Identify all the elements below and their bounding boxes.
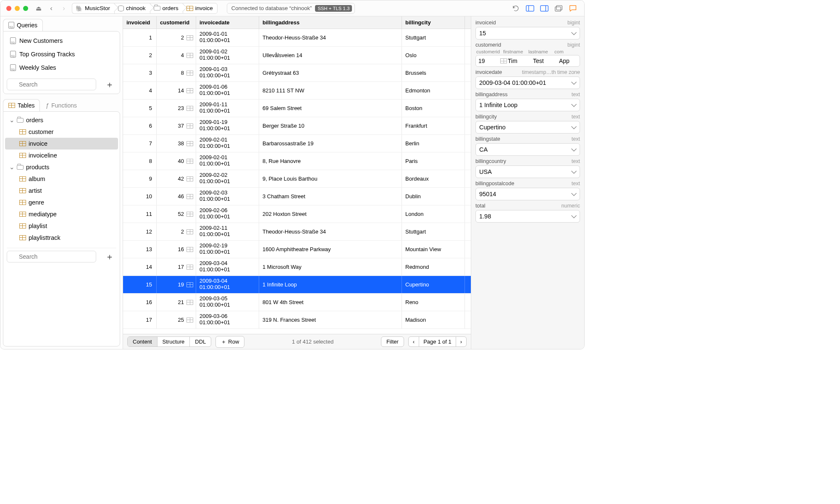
field-value[interactable]: 95014 bbox=[475, 188, 580, 200]
chat-icon[interactable] bbox=[567, 4, 578, 13]
field-value[interactable]: 1 Infinite Loop bbox=[475, 99, 580, 111]
tree-folder[interactable]: ⌄products bbox=[5, 161, 118, 173]
field-value[interactable]: USA bbox=[475, 165, 580, 178]
cell-customerid[interactable]: 19 bbox=[157, 276, 196, 293]
tab-functions[interactable]: ƒ Functions bbox=[40, 99, 82, 111]
close-window[interactable] bbox=[6, 6, 11, 11]
cell-customerid[interactable]: 40 bbox=[157, 152, 196, 170]
page-next[interactable]: › bbox=[456, 337, 466, 346]
cell-customerid[interactable]: 46 bbox=[157, 188, 196, 205]
cell-customerid[interactable]: 21 bbox=[157, 294, 196, 311]
field-value[interactable]: 15 bbox=[475, 27, 580, 39]
table-row[interactable]: 38 2009-01-0301:00:00+01Grétrystraat 63B… bbox=[123, 64, 471, 82]
table-row[interactable]: 840 2009-02-0101:00:00+018, Rue HanovreP… bbox=[123, 152, 471, 170]
add-table-button[interactable]: ＋ bbox=[103, 251, 116, 262]
col-header[interactable]: invoicedate bbox=[196, 16, 259, 29]
table-row[interactable]: 1621 2009-03-0501:00:00+01801 W 4th Stre… bbox=[123, 294, 471, 311]
table-row[interactable]: 1046 2009-02-0301:00:00+013 Chatham Stre… bbox=[123, 188, 471, 205]
tree-table[interactable]: album bbox=[5, 173, 118, 185]
queries-search-input[interactable] bbox=[7, 79, 96, 90]
page-prev[interactable]: ‹ bbox=[409, 337, 419, 346]
table-row[interactable]: 12 2009-01-0101:00:00+01Theodor-Heuss-St… bbox=[123, 29, 471, 47]
fk-icon bbox=[186, 300, 193, 305]
tab-content[interactable]: Content bbox=[128, 337, 158, 346]
toggle-left-sidebar-icon[interactable] bbox=[525, 4, 536, 13]
filter-button[interactable]: Filter bbox=[381, 336, 404, 347]
zoom-window[interactable] bbox=[23, 6, 28, 11]
table-row[interactable]: 1725 2009-03-0601:00:00+01319 N. Frances… bbox=[123, 311, 471, 329]
cell-customerid[interactable]: 16 bbox=[157, 241, 196, 258]
cell-customerid[interactable]: 14 bbox=[157, 82, 196, 99]
field-value[interactable]: 2009-03-04 01:00:00+01 bbox=[475, 76, 580, 89]
tab-structure[interactable]: Structure bbox=[158, 337, 190, 346]
table-row[interactable]: 1417 2009-03-0401:00:00+011 Microsoft Wa… bbox=[123, 258, 471, 276]
table-row[interactable]: 1519 2009-03-0401:00:00+011 Infinite Loo… bbox=[123, 276, 471, 294]
add-row-button[interactable]: ＋ Row bbox=[215, 336, 244, 348]
cell-billingcity: Dublin bbox=[402, 188, 465, 205]
add-query-button[interactable]: ＋ bbox=[103, 79, 116, 90]
breadcrumb-database[interactable]: chinook bbox=[114, 3, 150, 14]
fk-row[interactable]: 19TimTestApp bbox=[475, 55, 580, 67]
query-item[interactable]: Top Grossing Tracks bbox=[5, 47, 118, 61]
cell-invoiceid: 5 bbox=[123, 100, 157, 117]
table-row[interactable]: 637 2009-01-1901:00:00+01Berger Straße 1… bbox=[123, 117, 471, 135]
tree-table[interactable]: playlist bbox=[5, 220, 118, 232]
col-header[interactable]: billingaddress bbox=[259, 16, 402, 29]
tree-table[interactable]: artist bbox=[5, 185, 118, 197]
cell-customerid[interactable]: 8 bbox=[157, 64, 196, 81]
tables-search-input[interactable] bbox=[7, 251, 96, 262]
tree-folder[interactable]: ⌄orders bbox=[5, 114, 118, 126]
cell-invoicedate: 2009-02-1101:00:00+01 bbox=[196, 223, 259, 240]
minimize-window[interactable] bbox=[15, 6, 20, 11]
cell-customerid[interactable]: 52 bbox=[157, 205, 196, 223]
cell-customerid[interactable]: 4 bbox=[157, 47, 196, 64]
reload-icon[interactable] bbox=[510, 4, 521, 13]
tree-table[interactable]: invoiceline bbox=[5, 150, 118, 161]
tab-tables[interactable]: Tables bbox=[3, 99, 40, 111]
nav-back[interactable]: ‹ bbox=[47, 4, 56, 13]
table-row[interactable]: 24 2009-01-0201:00:00+01Ullevålsveien 14… bbox=[123, 47, 471, 64]
breadcrumb-label: MusicStor bbox=[85, 5, 110, 11]
cell-customerid[interactable]: 17 bbox=[157, 258, 196, 276]
query-item[interactable]: Weekly Sales bbox=[5, 61, 118, 74]
windows-icon[interactable] bbox=[553, 4, 564, 13]
table-row[interactable]: 523 2009-01-1101:00:00+0169 Salem Street… bbox=[123, 100, 471, 117]
toggle-right-sidebar-icon[interactable] bbox=[539, 4, 550, 13]
cell-customerid[interactable]: 23 bbox=[157, 100, 196, 117]
table-row[interactable]: 414 2009-01-0601:00:00+018210 111 ST NWE… bbox=[123, 82, 471, 100]
nav-forward[interactable]: › bbox=[59, 4, 68, 13]
cell-customerid[interactable]: 2 bbox=[157, 29, 196, 46]
tree-table[interactable]: invoice bbox=[5, 138, 118, 150]
field-value[interactable]: Cupertino bbox=[475, 121, 580, 134]
tab-queries[interactable]: Queries bbox=[3, 19, 43, 31]
breadcrumb-connection[interactable]: 🐘 MusicStor bbox=[72, 3, 114, 14]
tree-label: invoiceline bbox=[29, 152, 57, 159]
query-item[interactable]: New Customers bbox=[5, 34, 118, 47]
col-header[interactable]: customerid bbox=[157, 16, 196, 29]
field-value[interactable]: 1.98 bbox=[475, 210, 580, 223]
table-icon bbox=[19, 235, 26, 240]
field-value[interactable]: CA bbox=[475, 143, 580, 156]
tab-ddl[interactable]: DDL bbox=[190, 337, 211, 346]
tree-table[interactable]: mediatype bbox=[5, 208, 118, 220]
cell-customerid[interactable]: 42 bbox=[157, 170, 196, 187]
breadcrumb-schema[interactable]: orders bbox=[150, 3, 183, 14]
cell-customerid[interactable]: 2 bbox=[157, 223, 196, 240]
table-row[interactable]: 738 2009-02-0101:00:00+01Barbarossastraß… bbox=[123, 135, 471, 152]
cell-customerid[interactable]: 37 bbox=[157, 117, 196, 134]
connection-status: Connected to database “chinook” SSH + TL… bbox=[227, 3, 355, 14]
tree-table[interactable]: playlisttrack bbox=[5, 232, 118, 244]
cell-customerid[interactable]: 25 bbox=[157, 311, 196, 328]
eject-icon[interactable]: ⏏ bbox=[34, 5, 43, 12]
table-row[interactable]: 942 2009-02-0201:00:00+019, Place Louis … bbox=[123, 170, 471, 188]
table-row[interactable]: 122 2009-02-1101:00:00+01Theodor-Heuss-S… bbox=[123, 223, 471, 241]
cell-customerid[interactable]: 38 bbox=[157, 135, 196, 152]
tree-table[interactable]: customer bbox=[5, 126, 118, 138]
table-row[interactable]: 1316 2009-02-1901:00:00+011600 Amphithea… bbox=[123, 241, 471, 258]
cell-invoicedate: 2009-01-0101:00:00+01 bbox=[196, 29, 259, 46]
table-row[interactable]: 1152 2009-02-0601:00:00+01202 Hoxton Str… bbox=[123, 205, 471, 223]
breadcrumb-table[interactable]: invoice bbox=[183, 3, 218, 14]
col-header[interactable]: billingcity bbox=[402, 16, 465, 29]
col-header[interactable]: invoiceid bbox=[123, 16, 157, 29]
tree-table[interactable]: genre bbox=[5, 197, 118, 208]
